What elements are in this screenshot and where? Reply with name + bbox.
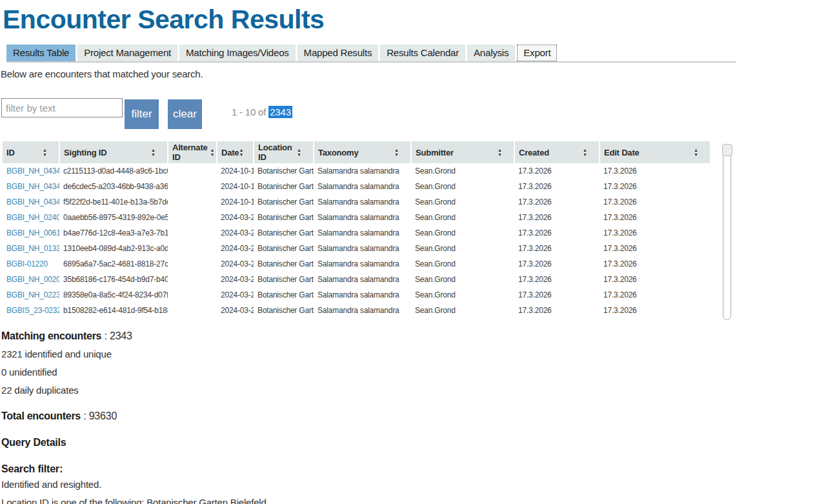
tab-results-calendar[interactable]: Results Calendar xyxy=(380,45,465,61)
unidentified-line: 0 unidentified xyxy=(1,367,817,378)
sort-icon[interactable] xyxy=(239,148,243,157)
summary-section: Matching encounters : 2343 2321 identifi… xyxy=(1,330,817,504)
sort-icon[interactable] xyxy=(297,148,301,157)
edit-date-cell: 17.3.2026 xyxy=(600,179,710,194)
results-table: ID Sighting ID Alternate ID Date Locatio… xyxy=(3,141,710,318)
filter-button[interactable]: filter xyxy=(125,99,159,129)
encounter-id-link[interactable]: BGBI_NH_0434 xyxy=(6,197,59,207)
column-label: Alternate ID xyxy=(172,143,208,162)
encounter-id-link[interactable]: BGBI_NH_0061 xyxy=(6,228,59,237)
sort-icon[interactable] xyxy=(210,148,215,157)
column-header-id[interactable]: ID xyxy=(3,141,59,163)
alternate-id-cell xyxy=(168,179,217,194)
location-id-cell: Botanischer Garten Bi... xyxy=(254,225,314,241)
scrollbar-track[interactable] xyxy=(723,144,731,320)
alternate-id-cell xyxy=(168,272,217,287)
edit-date-cell: 17.3.2026 xyxy=(600,272,710,287)
page-title: Encounter Search Results xyxy=(3,3,817,36)
table-body: BGBI_NH_0434 c2115113-d0ad-4448-a9c6-1bc… xyxy=(3,163,710,318)
identified-unique-line: 2321 identified and unique xyxy=(1,348,817,359)
encounter-id-link[interactable]: BGBI_NH_0020 xyxy=(6,275,59,284)
encounter-id-link[interactable]: BGBI-01220 xyxy=(6,259,48,268)
edit-date-cell: 17.3.2026 xyxy=(600,163,710,179)
page: Encounter Search Results Results Table P… xyxy=(0,0,817,504)
column-header-taxonomy[interactable]: Taxonomy xyxy=(314,141,411,163)
created-cell: 17.3.2026 xyxy=(514,194,600,210)
tab-export[interactable]: Export xyxy=(517,45,557,61)
intro-text: Below are encounters that matched your s… xyxy=(1,68,817,79)
sort-icon[interactable] xyxy=(583,148,587,157)
total-encounters-value: 93630 xyxy=(89,410,117,421)
encounter-id-link[interactable]: BGBI_NH_0223 xyxy=(6,290,59,299)
table-row: BGBIS_23-0232 b1508282-e614-481d-9f54-b1… xyxy=(3,303,710,318)
filter-text-input[interactable] xyxy=(1,98,123,117)
column-label: ID xyxy=(6,148,15,157)
separator: : xyxy=(81,410,89,421)
encounter-id-link[interactable]: BGBIS_23-0232 xyxy=(6,306,59,315)
tab-matching-images-videos[interactable]: Matching Images/Videos xyxy=(179,45,296,61)
created-cell: 17.3.2026 xyxy=(514,287,600,303)
sort-icon[interactable] xyxy=(151,148,156,157)
total-encounters-label: Total encounters xyxy=(1,410,81,421)
location-id-cell: Botanischer Garten Bi... xyxy=(254,241,314,256)
taxonomy-cell: Salamandra salamandra xyxy=(314,194,411,210)
submitter-cell: Sean.Grond xyxy=(411,303,514,318)
matching-encounters-label: Matching encounters xyxy=(1,330,101,341)
edit-date-cell: 17.3.2026 xyxy=(600,287,710,303)
encounter-id-link[interactable]: BGBI_NH_0240 xyxy=(6,213,59,222)
encounter-id-link[interactable]: BGBI_NH_0434 xyxy=(6,166,59,176)
table-row: BGBI_NH_0020 35b68186-c176-454d-b9d7-b40… xyxy=(3,272,710,287)
column-header-date[interactable]: Date xyxy=(217,141,254,163)
clear-button[interactable]: clear xyxy=(168,99,202,129)
id-cell: BGBI_NH_0434 xyxy=(3,179,59,194)
table-row: BGBI-01220 6895a6a7-5ac2-4681-8818-27c76… xyxy=(3,256,710,272)
column-label: Created xyxy=(519,148,549,157)
submitter-cell: Sean.Grond xyxy=(411,256,514,272)
alternate-id-cell xyxy=(168,225,217,241)
column-header-created[interactable]: Created xyxy=(514,141,600,163)
sighting-id-cell: 0aaebb56-8975-4319-892e-0e5fdd7dd6... xyxy=(59,210,168,225)
tab-project-management[interactable]: Project Management xyxy=(77,45,177,61)
date-cell: 2024-10-11 xyxy=(217,194,254,210)
column-header-alternate-id[interactable]: Alternate ID xyxy=(168,141,217,163)
submitter-cell: Sean.Grond xyxy=(411,163,514,179)
location-id-cell: Botanischer Garten Bi... xyxy=(254,210,314,225)
table-row: BGBI_NH_0434 f5f22f2d-be11-401e-b13a-5b7… xyxy=(3,194,710,210)
id-cell: BGBIS_23-0232 xyxy=(3,303,59,318)
column-header-edit-date[interactable]: Edit Date xyxy=(600,141,710,163)
created-cell: 17.3.2026 xyxy=(514,241,600,256)
column-header-location-id[interactable]: Location ID xyxy=(254,141,314,163)
date-cell: 2024-03-22 xyxy=(217,256,254,272)
scrollbar-thumb[interactable] xyxy=(722,144,732,156)
sort-icon[interactable] xyxy=(394,148,399,157)
alternate-id-cell xyxy=(168,287,217,303)
column-label: Taxonomy xyxy=(318,148,358,157)
submitter-cell: Sean.Grond xyxy=(411,179,514,194)
tab-results-table[interactable]: Results Table xyxy=(6,45,76,61)
created-cell: 17.3.2026 xyxy=(514,225,600,241)
taxonomy-cell: Salamandra salamandra xyxy=(314,241,411,256)
sighting-id-cell: f5f22f2d-be11-401e-b13a-5b7dea841de4 xyxy=(59,194,168,210)
encounter-id-link[interactable]: BGBI_NH_0434 xyxy=(6,182,59,191)
location-id-cell: Botanischer Garten Bi... xyxy=(254,194,314,210)
created-cell: 17.3.2026 xyxy=(514,256,600,272)
location-id-cell: Botanischer Garten Bi... xyxy=(254,179,314,194)
sighting-id-cell: b4ae776d-12c8-4ea3-a7e3-7b14629bac07 xyxy=(59,225,168,241)
column-label: Edit Date xyxy=(604,148,640,157)
table-row: BGBI_NH_0133 1310eeb4-089d-4ab2-913c-a0d… xyxy=(3,241,710,256)
pagination-status: 1 - 10 of 2343 xyxy=(232,106,292,117)
sighting-id-cell: de6cdec5-a203-46bb-9438-a36f6f5b5e... xyxy=(59,179,168,194)
taxonomy-cell: Salamandra salamandra xyxy=(314,163,411,179)
column-header-sighting-id[interactable]: Sighting ID xyxy=(59,141,168,163)
submitter-cell: Sean.Grond xyxy=(411,241,514,256)
location-id-cell: Botanischer Garten Bi... xyxy=(254,303,314,318)
column-header-submitter[interactable]: Submitter xyxy=(411,141,514,163)
encounter-id-link[interactable]: BGBI_NH_0133 xyxy=(6,244,59,253)
sort-icon[interactable] xyxy=(43,148,47,157)
created-cell: 17.3.2026 xyxy=(514,303,600,318)
table-row: BGBI_NH_0061 b4ae776d-12c8-4ea3-a7e3-7b1… xyxy=(3,225,710,241)
sort-icon[interactable] xyxy=(694,148,698,157)
tab-mapped-results[interactable]: Mapped Results xyxy=(298,45,379,61)
tab-analysis[interactable]: Analysis xyxy=(467,45,515,61)
sort-icon[interactable] xyxy=(498,148,502,157)
